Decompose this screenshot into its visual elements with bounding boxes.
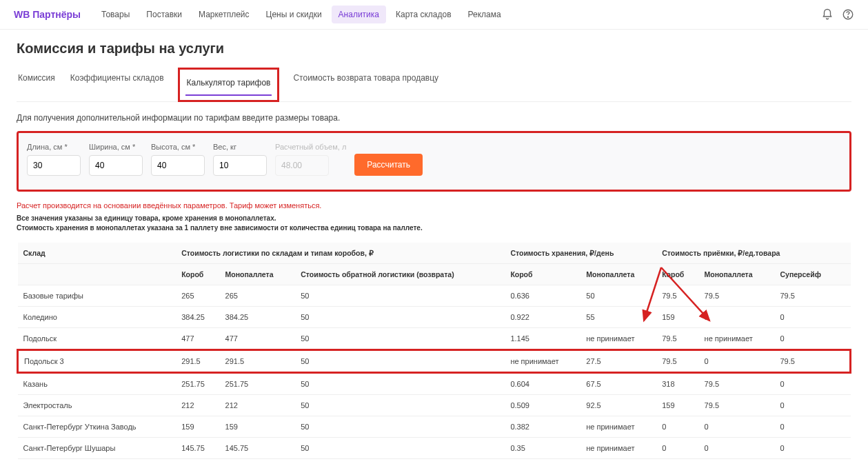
- height-field: Высота, см *: [151, 143, 205, 176]
- height-label: Высота, см *: [151, 143, 205, 151]
- table-cell: 251.75: [220, 373, 296, 395]
- table-row: Казань251.75251.75500.60467.531879.50: [18, 373, 851, 395]
- height-input[interactable]: [151, 155, 205, 176]
- table-cell: 251.75: [176, 373, 219, 395]
- table-row: Санкт-Петербург КБТ304.75304.7550не прин…: [18, 459, 851, 467]
- table-cell: не принимает: [699, 328, 775, 350]
- table-cell: 50: [295, 459, 505, 467]
- table-cell: 92.5: [581, 395, 656, 416]
- calculate-button[interactable]: Рассчитать: [354, 154, 423, 176]
- bell-icon[interactable]: [821, 8, 834, 21]
- table-cell: 50: [295, 350, 505, 373]
- th-sub: Монопаллета: [220, 264, 296, 285]
- table-cell: 67.5: [581, 373, 656, 395]
- table-cell: 79.5: [656, 328, 698, 350]
- weight-label: Вес, кг: [213, 143, 267, 151]
- table-cell: Казань: [18, 373, 176, 395]
- weight-field: Вес, кг: [213, 143, 267, 176]
- nav-item-4[interactable]: Аналитика: [332, 6, 386, 23]
- table-cell: 265: [176, 285, 219, 307]
- table-cell: 159: [656, 395, 698, 416]
- weight-input[interactable]: [213, 155, 267, 176]
- table-cell: 79.5: [656, 285, 698, 307]
- table-cell: 265: [220, 285, 296, 307]
- table-row: Базовые тарифы265265500.6365079.579.579.…: [18, 285, 851, 307]
- table-cell: 27.5: [581, 350, 656, 373]
- table-cell: 477: [176, 328, 219, 350]
- table-cell: Подольск: [18, 328, 176, 350]
- table-cell: 50: [295, 285, 505, 307]
- page-title: Комиссия и тарифы на услуги: [17, 41, 851, 57]
- nav-item-0[interactable]: Товары: [94, 6, 137, 23]
- table-cell: 79.5: [656, 350, 698, 373]
- length-label: Длина, см *: [27, 143, 81, 151]
- table-cell: 0: [656, 459, 698, 467]
- table-cell: Базовые тарифы: [18, 285, 176, 307]
- table-cell: 79.5: [775, 350, 851, 373]
- table-cell: 212: [176, 395, 219, 416]
- tab-1[interactable]: Коэффициенты складов: [69, 68, 165, 101]
- table-cell: 0: [699, 350, 775, 373]
- length-field: Длина, см *: [27, 143, 81, 176]
- table-cell: 50: [295, 395, 505, 416]
- svg-point-1: [847, 17, 848, 17]
- table-cell: 145.75: [220, 438, 296, 459]
- nav-item-5[interactable]: Карта складов: [389, 6, 458, 23]
- volume-label: Расчетный объем, л: [275, 143, 346, 151]
- volume-field: Расчетный объем, л: [275, 143, 346, 176]
- table-cell: 79.5: [699, 373, 775, 395]
- table-cell: 0: [656, 416, 698, 438]
- table-cell: 0: [775, 328, 851, 350]
- table-cell: 318: [656, 373, 698, 395]
- th-sub: Монопаллета: [699, 264, 775, 285]
- tab-2[interactable]: Калькулятор тарифов: [178, 68, 280, 102]
- table-cell: не принимает: [505, 459, 581, 467]
- width-input[interactable]: [89, 155, 143, 176]
- table-cell: 0: [775, 438, 851, 459]
- table-row: Подольск 3291.5291.550не принимает27.579…: [18, 350, 851, 373]
- nav-item-3[interactable]: Цены и скидки: [259, 6, 329, 23]
- table-cell: не принимает: [581, 459, 656, 467]
- table-cell: Санкт-Петербург КБТ: [18, 459, 176, 467]
- table-cell: 50: [295, 307, 505, 328]
- th-group: Склад: [18, 243, 176, 264]
- table-cell: 304.75: [176, 459, 219, 467]
- nav-item-2[interactable]: Маркетплейс: [192, 6, 256, 23]
- logo[interactable]: WB Партнёры: [14, 9, 81, 20]
- table-cell: не принимает: [505, 350, 581, 373]
- note-text: Все значения указаны за единицу товара, …: [17, 214, 851, 233]
- th-group: Стоимость хранения, ₽/день: [505, 243, 656, 264]
- table-cell: 0: [699, 459, 775, 467]
- length-input[interactable]: [27, 155, 81, 176]
- table-cell: не принимает: [581, 416, 656, 438]
- table-cell: 384.25: [220, 307, 296, 328]
- table-cell: 0: [699, 307, 775, 328]
- nav-item-1[interactable]: Поставки: [139, 6, 189, 23]
- tab-0[interactable]: Комиссия: [17, 68, 57, 101]
- tabs: КомиссияКоэффициенты складовКалькулятор …: [17, 68, 851, 102]
- table-cell: 0: [699, 416, 775, 438]
- table-cell: 50: [581, 285, 656, 307]
- table-cell: 384.25: [176, 307, 219, 328]
- help-icon[interactable]: [842, 8, 854, 21]
- table-row: Санкт-Петербург Шушары145.75145.75500.35…: [18, 438, 851, 459]
- table-cell: Подольск 3: [18, 350, 176, 373]
- tab-3[interactable]: Стоимость возврата товара продавцу: [292, 68, 440, 101]
- width-field: Ширина, см *: [89, 143, 143, 176]
- table-cell: 291.5: [176, 350, 219, 373]
- width-label: Ширина, см *: [89, 143, 143, 151]
- table-row: Санкт-Петербург Уткина Заводь159159500.3…: [18, 416, 851, 438]
- table-cell: 50: [295, 373, 505, 395]
- th-sub: Стоимость обратной логистики (возврата): [295, 264, 505, 285]
- th-sub: Короб: [656, 264, 698, 285]
- th-sub: Короб: [176, 264, 219, 285]
- table-cell: 159: [176, 416, 219, 438]
- nav-item-6[interactable]: Реклама: [461, 6, 508, 23]
- calculator-panel: Длина, см * Ширина, см * Высота, см * Ве…: [17, 131, 851, 192]
- table-cell: 212: [220, 395, 296, 416]
- table-cell: 0: [775, 395, 851, 416]
- th-sub: Короб: [505, 264, 581, 285]
- main-nav: ТоварыПоставкиМаркетплейсЦены и скидкиАн…: [94, 6, 821, 23]
- table-cell: Санкт-Петербург Уткина Заводь: [18, 416, 176, 438]
- table-cell: 0: [699, 438, 775, 459]
